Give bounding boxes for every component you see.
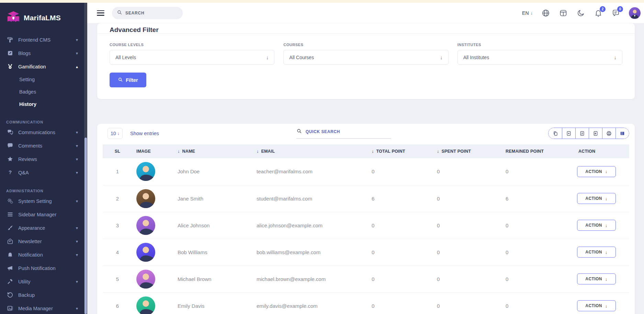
export-csv-button[interactable] [575,128,589,139]
action-dropdown-button[interactable]: ACTION↓ [577,166,616,177]
sidebar-item-comments[interactable]: Comments ▾ [0,139,84,152]
arrow-down-icon: ↓ [605,277,608,282]
action-dropdown-button[interactable]: ACTION↓ [577,247,616,258]
newsletter-icon [6,238,14,245]
sidebar-scrollbar-thumb[interactable] [84,138,87,314]
table-header-row: SL IMAGE ↓NAME ↓EMAIL ↓TOTAL POINT ↓SPEN… [103,144,629,158]
column-header-email[interactable]: ↓EMAIL [252,144,368,158]
search-input[interactable] [125,11,170,15]
sidebar-item-newsletter[interactable]: Newsletter ▾ [0,235,84,248]
sidebar-item-communications[interactable]: Communications ▾ [0,126,84,139]
action-dropdown-button[interactable]: ACTION↓ [577,220,616,231]
chevron-down-icon: ▾ [76,51,78,56]
course-levels-select[interactable]: All Levels ↓ [110,50,274,65]
sidebar-item-sidebar-manager[interactable]: Sidebar Manager [0,208,84,221]
filter-button[interactable]: Filter [110,73,146,87]
quick-search-input[interactable] [306,129,374,134]
svg-text:?: ? [8,169,11,175]
export-excel-button[interactable] [562,128,575,139]
moon-icon[interactable] [576,9,585,18]
avatar [136,189,155,208]
sidebar-item-qa[interactable]: ? Q&A ▾ [0,166,84,179]
filter-fields: COURSE LEVELS All Levels ↓ COURSES All C… [97,34,635,65]
column-header-remained-point[interactable]: REMAINED POINT [501,144,570,158]
table-row: 4 Bob Williams bob.williams@example.com … [103,239,629,266]
export-button-group [548,128,629,139]
sidebar-item-push-notification[interactable]: Push Notification [0,261,84,275]
chevron-down-icon: ▾ [76,130,78,135]
notification-badge: 2 [600,6,606,12]
show-entries-label: Show entries [130,131,159,136]
export-copy-button[interactable] [549,128,562,139]
message-badge: 0 [617,6,623,12]
column-visibility-button[interactable] [615,128,629,139]
media-icon [6,305,14,312]
hamburger-menu-icon[interactable] [97,10,104,16]
page-size-select[interactable]: 10 ↓ [108,128,123,139]
sidebar-section-communication: COMMUNICATION [0,119,84,126]
arrow-down-icon: ↓ [605,223,608,228]
column-header-spent-point[interactable]: ↓SPENT POINT [433,144,501,158]
brand-logo-icon [6,10,21,26]
sidebar-item-utility[interactable]: Utility ▾ [0,275,84,288]
chevron-down-icon: ▾ [76,226,78,230]
action-dropdown-button[interactable]: ACTION↓ [577,193,616,204]
layout-icon[interactable] [559,9,568,18]
sidebar-item-media-manager[interactable]: Media Manager ▾ [0,302,84,314]
user-avatar[interactable] [629,7,641,19]
quick-search[interactable] [296,128,391,139]
filter-field-course-levels: COURSE LEVELS All Levels ↓ [110,43,274,65]
question-icon: ? [6,169,14,176]
sidebar-item-appearance[interactable]: Appearance ▾ [0,221,84,235]
globe-icon[interactable] [541,9,550,18]
paint-roller-icon [6,36,14,44]
chevron-down-icon: ▾ [76,306,78,311]
language-dropdown[interactable]: EN ↓ [522,10,533,16]
avatar [136,296,155,314]
sidebar-item-frontend-cms[interactable]: Frontend CMS ▾ [0,33,84,46]
messages-icon[interactable]: 0 [611,9,620,18]
action-dropdown-button[interactable]: ACTION↓ [577,273,616,284]
topbar-search[interactable] [112,7,183,19]
chevron-down-icon: ▾ [76,143,78,148]
institutes-select[interactable]: All Institutes ↓ [457,50,622,65]
table-row: 1 John Doe teacher@marifalms.com 0 0 0 A… [103,158,629,185]
sidebar-scrollbar[interactable] [84,3,87,314]
edit-icon [6,50,14,57]
chevron-down-icon: ▾ [76,157,78,162]
notifications-bell-icon[interactable]: 2 [594,9,603,18]
filter-card-header: Advanced Filter [97,23,635,34]
sidebar-item-badges[interactable]: Badges [0,86,84,98]
sidebar-item-setting[interactable]: Setting [0,73,84,86]
print-button[interactable] [602,128,615,139]
table-controls: 10 ↓ Show entries [97,124,635,144]
action-dropdown-button[interactable]: ACTION↓ [577,300,616,311]
column-header-name[interactable]: ↓NAME [173,144,252,158]
sidebar-item-blogs[interactable]: Blogs ▾ [0,46,84,60]
brand-name: MarifaLMS [24,14,61,22]
chats-icon [6,129,14,136]
sidebar-item-reviews[interactable]: Reviews ▾ [0,152,84,166]
export-pdf-button[interactable] [589,128,602,139]
avatar [136,270,155,289]
filter-field-courses: COURSES All Courses ↓ [283,43,448,65]
sidebar-item-gamification[interactable]: Gamification ▴ [0,60,84,73]
column-header-image[interactable]: IMAGE [132,144,173,158]
medal-icon [6,63,14,71]
courses-select[interactable]: All Courses ↓ [283,50,448,65]
megaphone-icon [6,264,14,272]
gears-icon [6,197,14,205]
arrow-down-icon: ↓ [614,54,617,60]
brand[interactable]: MarifaLMS [0,3,84,33]
sidebar-item-history[interactable]: History [0,98,84,110]
column-header-total-point[interactable]: ↓TOTAL POINT [368,144,433,158]
sidebar-item-system-setting[interactable]: System Setting ▾ [0,194,84,208]
sidebar: MarifaLMS Frontend CMS ▾ Blogs ▾ Gamific… [0,3,84,314]
arrow-down-icon: ↓ [531,10,533,15]
arrow-down-icon: ↓ [605,196,608,201]
column-header-sl[interactable]: SL [103,144,132,158]
arrow-down-icon: ↓ [605,169,608,174]
sidebar-item-backup[interactable]: Backup [0,288,84,302]
sidebar-item-notification[interactable]: Notification ▾ [0,248,84,261]
sidebar-section-administration: ADMINISTRATION [0,187,84,194]
